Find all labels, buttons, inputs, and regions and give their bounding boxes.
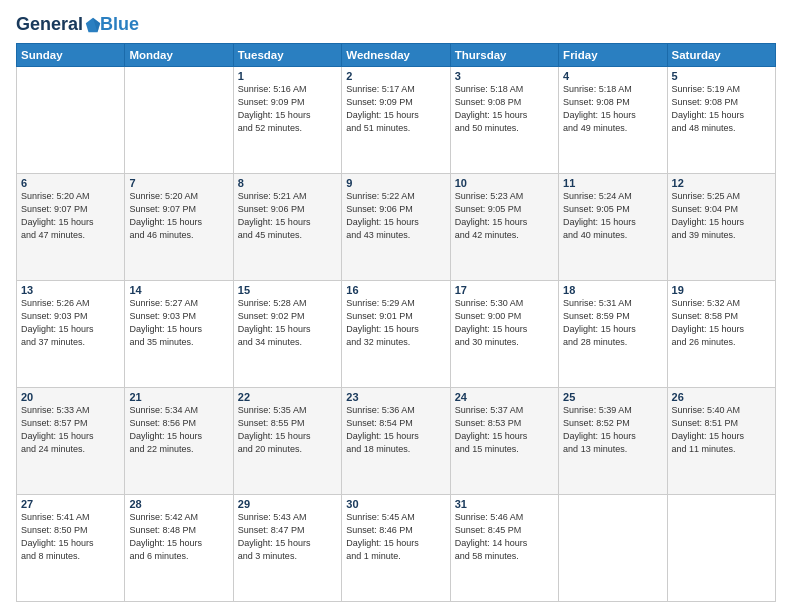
day-info: Sunrise: 5:22 AM Sunset: 9:06 PM Dayligh… xyxy=(346,190,445,242)
day-cell: 8Sunrise: 5:21 AM Sunset: 9:06 PM Daylig… xyxy=(233,174,341,281)
day-info: Sunrise: 5:29 AM Sunset: 9:01 PM Dayligh… xyxy=(346,297,445,349)
day-cell: 14Sunrise: 5:27 AM Sunset: 9:03 PM Dayli… xyxy=(125,281,233,388)
week-row-4: 20Sunrise: 5:33 AM Sunset: 8:57 PM Dayli… xyxy=(17,388,776,495)
day-number: 16 xyxy=(346,284,445,296)
day-info: Sunrise: 5:30 AM Sunset: 9:00 PM Dayligh… xyxy=(455,297,554,349)
day-info: Sunrise: 5:37 AM Sunset: 8:53 PM Dayligh… xyxy=(455,404,554,456)
weekday-saturday: Saturday xyxy=(667,44,775,67)
day-info: Sunrise: 5:18 AM Sunset: 9:08 PM Dayligh… xyxy=(455,83,554,135)
day-cell: 29Sunrise: 5:43 AM Sunset: 8:47 PM Dayli… xyxy=(233,495,341,602)
day-number: 7 xyxy=(129,177,228,189)
day-cell: 25Sunrise: 5:39 AM Sunset: 8:52 PM Dayli… xyxy=(559,388,667,495)
day-info: Sunrise: 5:16 AM Sunset: 9:09 PM Dayligh… xyxy=(238,83,337,135)
week-row-3: 13Sunrise: 5:26 AM Sunset: 9:03 PM Dayli… xyxy=(17,281,776,388)
day-number: 11 xyxy=(563,177,662,189)
day-number: 10 xyxy=(455,177,554,189)
weekday-wednesday: Wednesday xyxy=(342,44,450,67)
day-info: Sunrise: 5:27 AM Sunset: 9:03 PM Dayligh… xyxy=(129,297,228,349)
day-info: Sunrise: 5:24 AM Sunset: 9:05 PM Dayligh… xyxy=(563,190,662,242)
day-cell: 13Sunrise: 5:26 AM Sunset: 9:03 PM Dayli… xyxy=(17,281,125,388)
day-number: 27 xyxy=(21,498,120,510)
day-cell xyxy=(559,495,667,602)
day-info: Sunrise: 5:31 AM Sunset: 8:59 PM Dayligh… xyxy=(563,297,662,349)
weekday-sunday: Sunday xyxy=(17,44,125,67)
day-info: Sunrise: 5:40 AM Sunset: 8:51 PM Dayligh… xyxy=(672,404,771,456)
day-number: 20 xyxy=(21,391,120,403)
day-cell: 9Sunrise: 5:22 AM Sunset: 9:06 PM Daylig… xyxy=(342,174,450,281)
day-cell: 2Sunrise: 5:17 AM Sunset: 9:09 PM Daylig… xyxy=(342,67,450,174)
day-info: Sunrise: 5:20 AM Sunset: 9:07 PM Dayligh… xyxy=(21,190,120,242)
day-info: Sunrise: 5:28 AM Sunset: 9:02 PM Dayligh… xyxy=(238,297,337,349)
weekday-friday: Friday xyxy=(559,44,667,67)
day-info: Sunrise: 5:20 AM Sunset: 9:07 PM Dayligh… xyxy=(129,190,228,242)
day-number: 23 xyxy=(346,391,445,403)
logo-general-text: General xyxy=(16,14,83,35)
day-number: 25 xyxy=(563,391,662,403)
day-cell: 19Sunrise: 5:32 AM Sunset: 8:58 PM Dayli… xyxy=(667,281,775,388)
day-cell: 22Sunrise: 5:35 AM Sunset: 8:55 PM Dayli… xyxy=(233,388,341,495)
day-info: Sunrise: 5:43 AM Sunset: 8:47 PM Dayligh… xyxy=(238,511,337,563)
calendar-body: 1Sunrise: 5:16 AM Sunset: 9:09 PM Daylig… xyxy=(17,67,776,602)
day-number: 18 xyxy=(563,284,662,296)
day-cell xyxy=(17,67,125,174)
day-number: 30 xyxy=(346,498,445,510)
logo-blue-text: Blue xyxy=(100,14,139,35)
day-cell: 23Sunrise: 5:36 AM Sunset: 8:54 PM Dayli… xyxy=(342,388,450,495)
day-info: Sunrise: 5:36 AM Sunset: 8:54 PM Dayligh… xyxy=(346,404,445,456)
day-number: 28 xyxy=(129,498,228,510)
day-cell: 7Sunrise: 5:20 AM Sunset: 9:07 PM Daylig… xyxy=(125,174,233,281)
day-cell: 31Sunrise: 5:46 AM Sunset: 8:45 PM Dayli… xyxy=(450,495,558,602)
day-info: Sunrise: 5:23 AM Sunset: 9:05 PM Dayligh… xyxy=(455,190,554,242)
day-info: Sunrise: 5:35 AM Sunset: 8:55 PM Dayligh… xyxy=(238,404,337,456)
logo: General Blue xyxy=(16,14,139,35)
day-number: 15 xyxy=(238,284,337,296)
day-cell: 28Sunrise: 5:42 AM Sunset: 8:48 PM Dayli… xyxy=(125,495,233,602)
header: General Blue xyxy=(16,14,776,35)
day-number: 22 xyxy=(238,391,337,403)
weekday-thursday: Thursday xyxy=(450,44,558,67)
day-info: Sunrise: 5:45 AM Sunset: 8:46 PM Dayligh… xyxy=(346,511,445,563)
day-number: 29 xyxy=(238,498,337,510)
calendar-page: General Blue SundayMondayTuesdayWednesda… xyxy=(0,0,792,612)
day-info: Sunrise: 5:19 AM Sunset: 9:08 PM Dayligh… xyxy=(672,83,771,135)
day-number: 14 xyxy=(129,284,228,296)
weekday-header-row: SundayMondayTuesdayWednesdayThursdayFrid… xyxy=(17,44,776,67)
day-cell: 6Sunrise: 5:20 AM Sunset: 9:07 PM Daylig… xyxy=(17,174,125,281)
week-row-2: 6Sunrise: 5:20 AM Sunset: 9:07 PM Daylig… xyxy=(17,174,776,281)
day-cell: 12Sunrise: 5:25 AM Sunset: 9:04 PM Dayli… xyxy=(667,174,775,281)
day-number: 5 xyxy=(672,70,771,82)
day-info: Sunrise: 5:33 AM Sunset: 8:57 PM Dayligh… xyxy=(21,404,120,456)
day-info: Sunrise: 5:39 AM Sunset: 8:52 PM Dayligh… xyxy=(563,404,662,456)
day-info: Sunrise: 5:46 AM Sunset: 8:45 PM Dayligh… xyxy=(455,511,554,563)
day-number: 21 xyxy=(129,391,228,403)
day-info: Sunrise: 5:21 AM Sunset: 9:06 PM Dayligh… xyxy=(238,190,337,242)
day-number: 12 xyxy=(672,177,771,189)
day-cell: 16Sunrise: 5:29 AM Sunset: 9:01 PM Dayli… xyxy=(342,281,450,388)
day-info: Sunrise: 5:17 AM Sunset: 9:09 PM Dayligh… xyxy=(346,83,445,135)
day-info: Sunrise: 5:32 AM Sunset: 8:58 PM Dayligh… xyxy=(672,297,771,349)
day-number: 9 xyxy=(346,177,445,189)
calendar-table: SundayMondayTuesdayWednesdayThursdayFrid… xyxy=(16,43,776,602)
weekday-tuesday: Tuesday xyxy=(233,44,341,67)
day-number: 17 xyxy=(455,284,554,296)
day-number: 13 xyxy=(21,284,120,296)
day-number: 1 xyxy=(238,70,337,82)
day-cell: 26Sunrise: 5:40 AM Sunset: 8:51 PM Dayli… xyxy=(667,388,775,495)
day-cell xyxy=(125,67,233,174)
day-number: 8 xyxy=(238,177,337,189)
day-info: Sunrise: 5:41 AM Sunset: 8:50 PM Dayligh… xyxy=(21,511,120,563)
day-number: 4 xyxy=(563,70,662,82)
day-cell: 3Sunrise: 5:18 AM Sunset: 9:08 PM Daylig… xyxy=(450,67,558,174)
day-cell: 4Sunrise: 5:18 AM Sunset: 9:08 PM Daylig… xyxy=(559,67,667,174)
day-number: 2 xyxy=(346,70,445,82)
week-row-5: 27Sunrise: 5:41 AM Sunset: 8:50 PM Dayli… xyxy=(17,495,776,602)
day-info: Sunrise: 5:34 AM Sunset: 8:56 PM Dayligh… xyxy=(129,404,228,456)
day-cell: 10Sunrise: 5:23 AM Sunset: 9:05 PM Dayli… xyxy=(450,174,558,281)
day-cell: 11Sunrise: 5:24 AM Sunset: 9:05 PM Dayli… xyxy=(559,174,667,281)
day-cell xyxy=(667,495,775,602)
day-number: 6 xyxy=(21,177,120,189)
day-cell: 21Sunrise: 5:34 AM Sunset: 8:56 PM Dayli… xyxy=(125,388,233,495)
day-cell: 20Sunrise: 5:33 AM Sunset: 8:57 PM Dayli… xyxy=(17,388,125,495)
day-cell: 15Sunrise: 5:28 AM Sunset: 9:02 PM Dayli… xyxy=(233,281,341,388)
day-cell: 5Sunrise: 5:19 AM Sunset: 9:08 PM Daylig… xyxy=(667,67,775,174)
